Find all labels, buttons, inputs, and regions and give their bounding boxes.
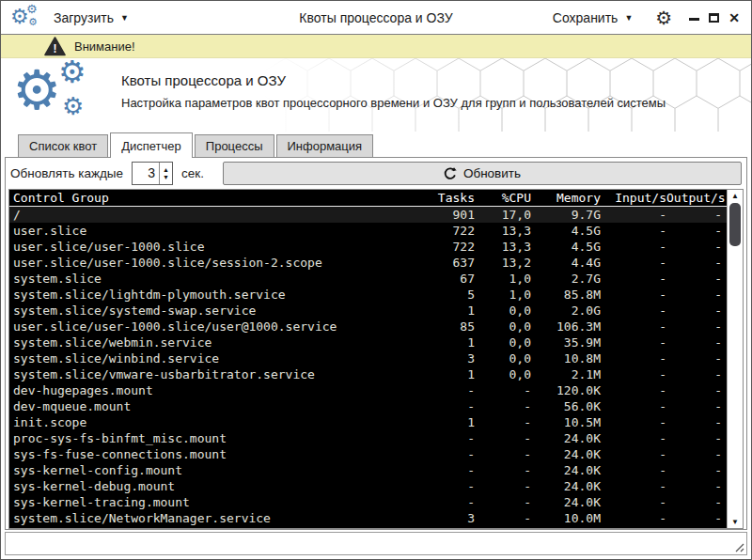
save-menu-button[interactable]: Сохранить ▼ — [547, 7, 639, 29]
minimize-button[interactable] — [689, 18, 699, 21]
cell-input: - — [601, 478, 666, 494]
cell-cpu: - — [475, 494, 531, 510]
table-row[interactable]: user.slice/user-1000.slice72213,34.5G-- — [9, 239, 727, 255]
cgroup-table: Control Group Tasks %CPU Memory Input/s … — [9, 190, 727, 528]
cell-input: - — [601, 207, 666, 223]
table-row[interactable]: system.slice/NetworkManager.service3-10.… — [9, 510, 727, 526]
cell-tasks: 901 — [407, 207, 475, 223]
cell-output: - — [666, 334, 727, 350]
cell-tasks: 1 — [407, 303, 475, 319]
table-row[interactable]: /90117,09.7G-- — [9, 207, 727, 223]
col-tasks[interactable]: Tasks — [407, 190, 475, 206]
window-controls: ✕ — [689, 11, 740, 24]
cell-output: - — [666, 398, 727, 414]
interval-input[interactable]: 3 — [133, 163, 159, 184]
cell-input: - — [601, 334, 666, 350]
table-row[interactable]: system.slice/webmin.service10,035.9M-- — [9, 334, 727, 350]
cell-output: - — [666, 319, 727, 334]
tab-quota-list[interactable]: Список квот — [18, 134, 108, 157]
col-input[interactable]: Input/s — [601, 190, 666, 206]
table-row[interactable]: sys-kernel-config.mount--24.0K-- — [9, 462, 727, 478]
cell-memory: 10.0M — [531, 510, 601, 526]
cell-input: - — [601, 223, 666, 239]
cell-memory: 24.0K — [531, 446, 601, 462]
scroll-up-icon[interactable]: ▲ — [728, 192, 743, 200]
cell-cpu: - — [475, 510, 531, 526]
tab-processes[interactable]: Процессы — [195, 134, 274, 157]
cell-cpu: 1,0 — [475, 287, 531, 303]
table-row[interactable]: proc-sys-fs-binfmt_misc.mount--24.0K-- — [9, 430, 727, 446]
cell-output: - — [666, 255, 727, 271]
maximize-button[interactable] — [709, 13, 719, 23]
seconds-label: сек. — [181, 166, 204, 180]
load-menu-button[interactable]: Загрузить ▼ — [48, 7, 134, 29]
cell-input: - — [601, 494, 666, 510]
spin-down-icon[interactable]: ▼ — [163, 174, 169, 181]
cell-memory: 4.4G — [531, 255, 601, 271]
settings-gear-icon[interactable]: ⚙ — [655, 8, 672, 27]
cell-memory: 120.0K — [531, 382, 601, 398]
table-row[interactable]: system.slice/lightdm-plymouth.service51,… — [9, 287, 727, 303]
cell-group: / — [9, 207, 407, 223]
cell-tasks: 1 — [407, 366, 475, 382]
resize-grip-icon[interactable] — [732, 540, 744, 552]
col-memory[interactable]: Memory — [531, 190, 601, 206]
page-header: ⚙ ⚙ ⚙ Квоты процессора и ОЗУ Настройка п… — [1, 58, 751, 132]
cell-cpu: - — [475, 462, 531, 478]
table-row[interactable]: system.slice/vmware-usbarbitrator.servic… — [9, 366, 727, 382]
cell-cpu: 0,0 — [475, 303, 531, 319]
cell-memory: 24.0K — [531, 478, 601, 494]
table-row[interactable]: sys-fs-fuse-connections.mount--24.0K-- — [9, 446, 727, 462]
cell-tasks: 1 — [407, 334, 475, 350]
cell-cpu: - — [475, 478, 531, 494]
col-output[interactable]: Output/s — [666, 190, 727, 206]
cell-tasks: 85 — [407, 319, 475, 334]
cell-input: - — [601, 462, 666, 478]
close-button[interactable]: ✕ — [728, 11, 740, 24]
table-row[interactable]: system.slice/systemd-swap.service10,02.0… — [9, 303, 727, 319]
table-row[interactable]: sys-kernel-tracing.mount--24.0K-- — [9, 494, 727, 510]
cell-group: init.scope — [9, 414, 407, 430]
table-row[interactable]: dev-mqueue.mount--56.0K-- — [9, 398, 727, 414]
cell-tasks: 722 — [407, 223, 475, 239]
svg-text:!: ! — [54, 42, 57, 55]
vertical-scrollbar[interactable]: ▲ ▼ — [727, 190, 743, 528]
table-row[interactable]: dev-hugepages.mount--120.0K-- — [9, 382, 727, 398]
cell-memory: 85.8M — [531, 287, 601, 303]
window-title: Квоты процессора и ОЗУ — [299, 10, 452, 25]
table-row[interactable]: system.slice/winbind.service30,010.8M-- — [9, 350, 727, 366]
cell-memory: 24.0K — [531, 462, 601, 478]
cell-input: - — [601, 510, 666, 526]
load-menu-label: Загрузить — [54, 10, 114, 25]
scroll-down-icon[interactable]: ▼ — [728, 518, 743, 526]
cell-tasks: 67 — [407, 271, 475, 287]
cell-output: - — [666, 494, 727, 510]
cell-cpu: - — [475, 446, 531, 462]
tab-information[interactable]: Информация — [276, 134, 374, 157]
cell-cpu: 0,0 — [475, 334, 531, 350]
col-control-group[interactable]: Control Group — [9, 190, 407, 206]
cell-cpu: - — [475, 414, 531, 430]
cell-group: sys-kernel-debug.mount — [9, 478, 407, 494]
cell-cpu: 17,0 — [475, 207, 531, 223]
tab-dispatcher[interactable]: Диспетчер — [110, 132, 193, 158]
table-row[interactable]: user.slice72213,34.5G-- — [9, 223, 727, 239]
table-row[interactable]: user.slice/user-1000.slice/user@1000.ser… — [9, 319, 727, 334]
scrollbar-thumb[interactable] — [729, 203, 741, 246]
refresh-every-label: Обновлять каждые — [10, 166, 123, 180]
table-row[interactable]: system.slice671,02.7G-- — [9, 271, 727, 287]
cell-cpu: 13,3 — [475, 223, 531, 239]
refresh-button[interactable]: Обновить — [223, 162, 742, 185]
cell-memory: 2.7G — [531, 271, 601, 287]
table-row[interactable]: init.scope1-10.5M-- — [9, 414, 727, 430]
col-cpu[interactable]: %CPU — [475, 190, 531, 206]
cell-output: - — [666, 478, 727, 494]
cell-output: - — [666, 223, 727, 239]
spin-up-icon[interactable]: ▲ — [163, 166, 169, 174]
cell-memory: 24.0K — [531, 430, 601, 446]
cell-memory: 4.5G — [531, 223, 601, 239]
cell-group: system.slice/lightdm-plymouth.service — [9, 287, 407, 303]
table-row[interactable]: user.slice/user-1000.slice/session-2.sco… — [9, 255, 727, 271]
table-rows: /90117,09.7G--user.slice72213,34.5G--use… — [9, 207, 727, 526]
table-row[interactable]: sys-kernel-debug.mount--24.0K-- — [9, 478, 727, 494]
